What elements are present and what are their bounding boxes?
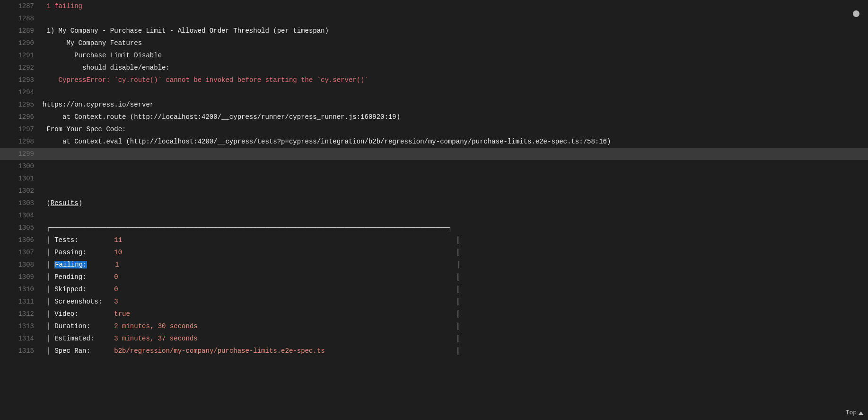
code-line: │ Spec Ran: b2b/regression/my-company/pu… [43,345,868,357]
triangle-up-icon [859,411,863,415]
table-value: 1 [115,261,119,268]
code-line: │ Screenshots: 3 │ [43,295,868,308]
code-line: ┌───────────────────────────────────────… [43,222,868,234]
code-line: at Context.route (http://localhost:4200/… [43,111,868,123]
code-line: (Results) [43,197,868,209]
scroll-position-indicator: Top [846,407,863,419]
code-line [43,172,868,185]
code-line: │ Passing: 10 │ [43,246,868,259]
modified-indicator-icon [853,10,859,17]
table-value: 11 [114,236,122,244]
code-line: │ Estimated: 3 minutes, 37 seconds │ [43,332,868,345]
code-line: Purchase Limit Disable [43,49,868,62]
table-value: b2b/regression/my-company/purchase-limit… [114,347,324,355]
code-content[interactable]: 1 failing 1) My Company - Purchase Limit… [0,0,868,357]
code-line: │ Pending: 0 │ [43,271,868,283]
code-line [43,148,868,160]
code-line: │ Skipped: 0 │ [43,283,868,295]
table-value: 3 [114,298,118,305]
table-value: 3 minutes, 37 seconds [114,335,197,342]
table-value: 2 minutes, 30 seconds [114,322,197,330]
code-line [43,86,868,98]
code-line: From Your Spec Code: [43,123,868,135]
code-line: │ Duration: 2 minutes, 30 seconds │ [43,320,868,332]
code-line: │ Video: true │ [43,308,868,320]
code-line: 1 failing [43,0,868,12]
code-line: 1) My Company - Purchase Limit - Allowed… [43,25,868,37]
code-line: │ Tests: 11 │ [43,234,868,246]
code-line: CypressError: `cy.route()` cannot be inv… [43,74,868,86]
code-line [43,185,868,197]
table-value: true [114,310,130,318]
code-line [43,160,868,172]
table-value: 10 [114,249,122,256]
scroll-position-label: Top [846,407,857,419]
code-line: should disable/enable: [43,62,868,74]
code-editor[interactable]: 1287128812891290129112921293129412951296… [0,0,868,420]
selected-text: Failing: [54,261,87,268]
code-line: │ Failing: 1 │ [43,259,868,271]
table-value: 0 [114,286,118,293]
code-line [43,209,868,222]
code-line: https://on.cypress.io/server [43,98,868,111]
table-value: 0 [114,273,118,281]
code-line [43,12,868,25]
code-line: My Company Features [43,37,868,49]
code-line: at Context.eval (http://localhost:4200/_… [43,135,868,148]
